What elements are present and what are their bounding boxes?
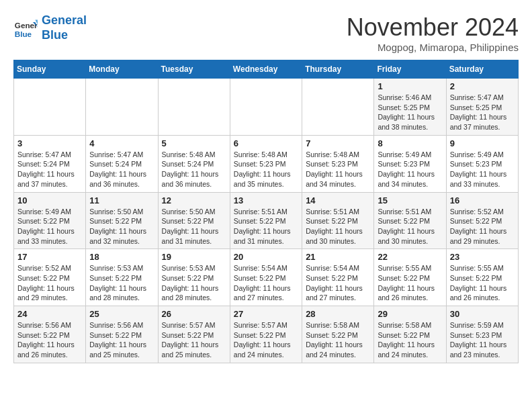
day-number: 19 <box>162 252 226 262</box>
calendar-cell: 1Sunrise: 5:46 AM Sunset: 5:25 PM Daylig… <box>374 79 446 136</box>
weekday-header: Thursday <box>302 60 374 79</box>
calendar-cell: 9Sunrise: 5:49 AM Sunset: 5:23 PM Daylig… <box>446 135 518 192</box>
calendar-cell: 21Sunrise: 5:54 AM Sunset: 5:22 PM Dayli… <box>302 249 374 306</box>
calendar-cell: 5Sunrise: 5:48 AM Sunset: 5:24 PM Daylig… <box>158 135 230 192</box>
day-info: Sunrise: 5:56 AM Sunset: 5:22 PM Dayligh… <box>89 320 154 360</box>
calendar-cell: 19Sunrise: 5:53 AM Sunset: 5:22 PM Dayli… <box>158 249 230 306</box>
calendar-cell <box>230 79 302 136</box>
calendar-cell: 13Sunrise: 5:51 AM Sunset: 5:22 PM Dayli… <box>230 192 302 249</box>
weekday-header: Saturday <box>446 60 518 79</box>
calendar-cell: 20Sunrise: 5:54 AM Sunset: 5:22 PM Dayli… <box>230 249 302 306</box>
day-number: 23 <box>450 252 515 262</box>
day-info: Sunrise: 5:55 AM Sunset: 5:22 PM Dayligh… <box>378 263 442 303</box>
day-number: 20 <box>234 252 298 262</box>
day-info: Sunrise: 5:55 AM Sunset: 5:22 PM Dayligh… <box>450 263 515 303</box>
header-row: SundayMondayTuesdayWednesdayThursdayFrid… <box>14 60 519 79</box>
day-number: 25 <box>89 309 154 319</box>
calendar-cell <box>86 79 158 136</box>
calendar-table: SundayMondayTuesdayWednesdayThursdayFrid… <box>13 60 519 363</box>
calendar-cell: 24Sunrise: 5:56 AM Sunset: 5:22 PM Dayli… <box>14 306 86 363</box>
day-info: Sunrise: 5:54 AM Sunset: 5:22 PM Dayligh… <box>234 263 298 303</box>
calendar-cell: 4Sunrise: 5:47 AM Sunset: 5:24 PM Daylig… <box>86 135 158 192</box>
calendar-cell <box>302 79 374 136</box>
day-info: Sunrise: 5:49 AM Sunset: 5:23 PM Dayligh… <box>378 150 442 189</box>
calendar-week-row: 17Sunrise: 5:52 AM Sunset: 5:22 PM Dayli… <box>14 249 519 306</box>
day-info: Sunrise: 5:57 AM Sunset: 5:22 PM Dayligh… <box>162 320 226 360</box>
day-number: 13 <box>234 195 298 205</box>
day-info: Sunrise: 5:53 AM Sunset: 5:22 PM Dayligh… <box>162 263 226 303</box>
day-number: 1 <box>378 81 442 91</box>
calendar-cell: 26Sunrise: 5:57 AM Sunset: 5:22 PM Dayli… <box>158 306 230 363</box>
calendar-cell: 22Sunrise: 5:55 AM Sunset: 5:22 PM Dayli… <box>374 249 446 306</box>
calendar-cell: 23Sunrise: 5:55 AM Sunset: 5:22 PM Dayli… <box>446 249 518 306</box>
weekday-header: Wednesday <box>230 60 302 79</box>
calendar-cell: 2Sunrise: 5:47 AM Sunset: 5:25 PM Daylig… <box>446 79 518 136</box>
day-number: 14 <box>306 195 370 205</box>
calendar-cell: 14Sunrise: 5:51 AM Sunset: 5:22 PM Dayli… <box>302 192 374 249</box>
day-info: Sunrise: 5:53 AM Sunset: 5:22 PM Dayligh… <box>89 263 154 303</box>
page-header: General Blue General Blue November 2024 … <box>13 13 519 53</box>
calendar-cell: 27Sunrise: 5:57 AM Sunset: 5:22 PM Dayli… <box>230 306 302 363</box>
calendar-cell: 25Sunrise: 5:56 AM Sunset: 5:22 PM Dayli… <box>86 306 158 363</box>
day-info: Sunrise: 5:56 AM Sunset: 5:22 PM Dayligh… <box>17 320 82 360</box>
day-number: 2 <box>450 81 515 91</box>
day-number: 21 <box>306 252 370 262</box>
calendar-week-row: 24Sunrise: 5:56 AM Sunset: 5:22 PM Dayli… <box>14 306 519 363</box>
svg-text:General: General <box>15 21 38 30</box>
calendar-cell <box>158 79 230 136</box>
calendar-cell: 29Sunrise: 5:58 AM Sunset: 5:22 PM Dayli… <box>374 306 446 363</box>
calendar-header: SundayMondayTuesdayWednesdayThursdayFrid… <box>14 60 519 79</box>
day-info: Sunrise: 5:54 AM Sunset: 5:22 PM Dayligh… <box>306 263 370 303</box>
day-info: Sunrise: 5:48 AM Sunset: 5:24 PM Dayligh… <box>162 150 226 189</box>
calendar-cell: 8Sunrise: 5:49 AM Sunset: 5:23 PM Daylig… <box>374 135 446 192</box>
weekday-header: Friday <box>374 60 446 79</box>
day-number: 30 <box>450 309 515 319</box>
day-number: 3 <box>17 138 82 148</box>
day-number: 16 <box>450 195 515 205</box>
day-number: 26 <box>162 309 226 319</box>
calendar-week-row: 10Sunrise: 5:49 AM Sunset: 5:22 PM Dayli… <box>14 192 519 249</box>
calendar-cell: 16Sunrise: 5:52 AM Sunset: 5:22 PM Dayli… <box>446 192 518 249</box>
day-info: Sunrise: 5:46 AM Sunset: 5:25 PM Dayligh… <box>378 93 442 132</box>
calendar-cell: 17Sunrise: 5:52 AM Sunset: 5:22 PM Dayli… <box>14 249 86 306</box>
calendar-cell: 7Sunrise: 5:48 AM Sunset: 5:23 PM Daylig… <box>302 135 374 192</box>
calendar-cell: 15Sunrise: 5:51 AM Sunset: 5:22 PM Dayli… <box>374 192 446 249</box>
day-number: 6 <box>234 138 298 148</box>
logo-blue: Blue <box>42 28 68 42</box>
day-info: Sunrise: 5:52 AM Sunset: 5:22 PM Dayligh… <box>17 263 82 303</box>
calendar-cell: 3Sunrise: 5:47 AM Sunset: 5:24 PM Daylig… <box>14 135 86 192</box>
day-info: Sunrise: 5:51 AM Sunset: 5:22 PM Dayligh… <box>378 207 442 246</box>
weekday-header: Monday <box>86 60 158 79</box>
day-info: Sunrise: 5:51 AM Sunset: 5:22 PM Dayligh… <box>234 207 298 246</box>
logo-text: General Blue <box>42 13 87 42</box>
day-number: 9 <box>450 138 515 148</box>
calendar-cell: 10Sunrise: 5:49 AM Sunset: 5:22 PM Dayli… <box>14 192 86 249</box>
calendar-cell: 28Sunrise: 5:58 AM Sunset: 5:22 PM Dayli… <box>302 306 374 363</box>
day-number: 15 <box>378 195 442 205</box>
day-number: 27 <box>234 309 298 319</box>
day-info: Sunrise: 5:58 AM Sunset: 5:22 PM Dayligh… <box>306 320 370 360</box>
day-number: 18 <box>89 252 154 262</box>
day-info: Sunrise: 5:48 AM Sunset: 5:23 PM Dayligh… <box>306 150 370 189</box>
day-number: 4 <box>89 138 154 148</box>
day-number: 5 <box>162 138 226 148</box>
svg-text:Blue: Blue <box>15 29 32 38</box>
day-info: Sunrise: 5:57 AM Sunset: 5:22 PM Dayligh… <box>234 320 298 360</box>
day-info: Sunrise: 5:50 AM Sunset: 5:22 PM Dayligh… <box>89 207 154 246</box>
day-info: Sunrise: 5:52 AM Sunset: 5:22 PM Dayligh… <box>450 207 515 246</box>
calendar-body: 1Sunrise: 5:46 AM Sunset: 5:25 PM Daylig… <box>14 79 519 363</box>
day-number: 29 <box>378 309 442 319</box>
day-number: 28 <box>306 309 370 319</box>
calendar-cell: 12Sunrise: 5:50 AM Sunset: 5:22 PM Dayli… <box>158 192 230 249</box>
calendar-week-row: 3Sunrise: 5:47 AM Sunset: 5:24 PM Daylig… <box>14 135 519 192</box>
month-title: November 2024 <box>347 13 519 42</box>
title-area: November 2024 Mogpog, Mimaropa, Philippi… <box>347 13 519 53</box>
day-number: 22 <box>378 252 442 262</box>
calendar-cell: 11Sunrise: 5:50 AM Sunset: 5:22 PM Dayli… <box>86 192 158 249</box>
day-number: 7 <box>306 138 370 148</box>
day-info: Sunrise: 5:59 AM Sunset: 5:23 PM Dayligh… <box>450 320 515 360</box>
day-number: 8 <box>378 138 442 148</box>
day-info: Sunrise: 5:47 AM Sunset: 5:25 PM Dayligh… <box>450 93 515 132</box>
location: Mogpog, Mimaropa, Philippines <box>347 42 519 53</box>
day-info: Sunrise: 5:48 AM Sunset: 5:23 PM Dayligh… <box>234 150 298 189</box>
